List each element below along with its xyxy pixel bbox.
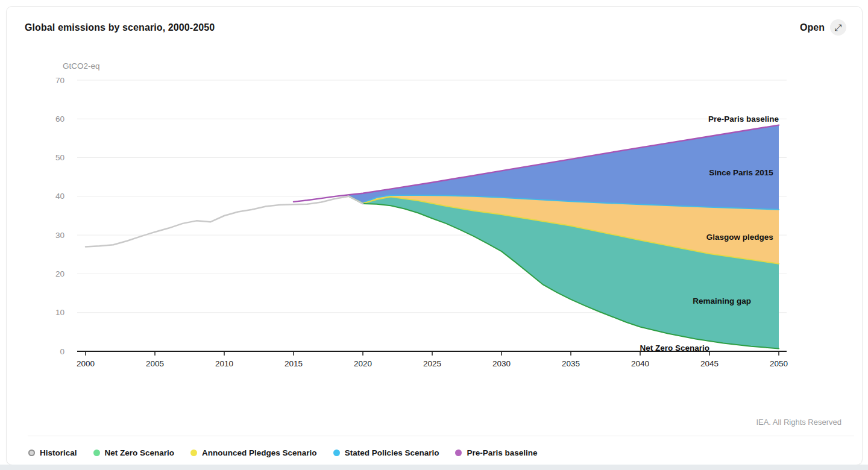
- annotation-since-paris-2015: Since Paris 2015: [709, 168, 773, 177]
- y-tick-label: 20: [55, 269, 64, 278]
- x-tick-label: 2015: [285, 359, 303, 368]
- x-tick-label: 2025: [423, 359, 441, 368]
- y-tick-label: 0: [60, 347, 64, 356]
- annotation-pre-paris-baseline: Pre-Paris baseline: [708, 114, 779, 124]
- x-tick-label: 2040: [631, 359, 649, 368]
- x-tick-label: 2000: [77, 359, 95, 368]
- annotation-net-zero-scenario: Net Zero Scenario: [640, 343, 709, 352]
- series-line-historical: [86, 196, 363, 247]
- y-axis-labels: 010203040506070: [55, 76, 64, 356]
- x-tick-label: 2030: [492, 359, 511, 368]
- x-tick-label: 2010: [215, 359, 233, 368]
- y-tick-label: 40: [55, 192, 64, 201]
- x-tick-label: 2045: [700, 359, 719, 368]
- x-tick-label: 2050: [770, 359, 788, 368]
- x-tick-label: 2035: [562, 359, 580, 368]
- emissions-chart: 2000200520102015202020252030203520402045…: [0, 0, 868, 470]
- x-tick-label: 2020: [354, 359, 372, 368]
- annotation-remaining-gap: Remaining gap: [693, 296, 751, 306]
- y-tick-label: 50: [55, 153, 64, 162]
- y-tick-label: 70: [55, 76, 64, 85]
- x-tick-label: 2005: [146, 359, 164, 368]
- page-bottom-strip: [0, 465, 868, 470]
- y-tick-label: 60: [55, 114, 64, 124]
- y-tick-label: 10: [55, 308, 64, 317]
- y-tick-label: 30: [55, 231, 64, 240]
- annotation-glasgow-pledges: Glasgow pledges: [706, 233, 773, 242]
- x-axis: 2000200520102015202020252030203520402045…: [77, 351, 788, 368]
